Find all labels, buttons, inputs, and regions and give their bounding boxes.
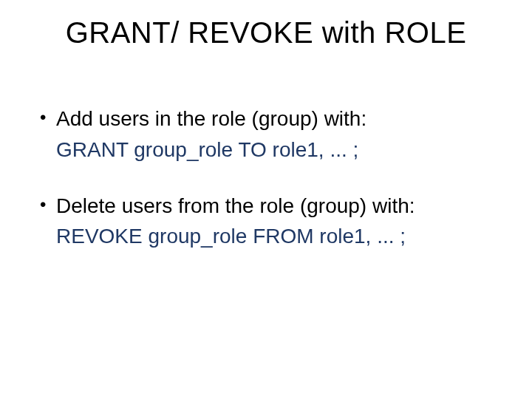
paragraph-gap bbox=[40, 167, 492, 192]
code-line: REVOKE group_role FROM role1, ... ; bbox=[40, 222, 492, 250]
bullet-text: Add users in the role (group) with: bbox=[56, 105, 492, 133]
bullet-item: • Delete users from the role (group) wit… bbox=[40, 192, 492, 220]
bullet-text: Delete users from the role (group) with: bbox=[56, 192, 492, 220]
bullet-dot-icon: • bbox=[40, 105, 56, 131]
sql-code: REVOKE group_role FROM role1, ... ; bbox=[56, 225, 406, 248]
slide-title: GRANT/ REVOKE with ROLE bbox=[0, 16, 532, 50]
code-line: GRANT group_role TO role1, ... ; bbox=[40, 136, 492, 164]
bullet-dot-icon: • bbox=[40, 192, 56, 218]
bullet-item: • Add users in the role (group) with: bbox=[40, 105, 492, 133]
sql-code: GRANT group_role TO role1, ... ; bbox=[56, 138, 358, 161]
slide-body: • Add users in the role (group) with: GR… bbox=[40, 105, 492, 253]
slide: GRANT/ REVOKE with ROLE • Add users in t… bbox=[0, 0, 532, 399]
